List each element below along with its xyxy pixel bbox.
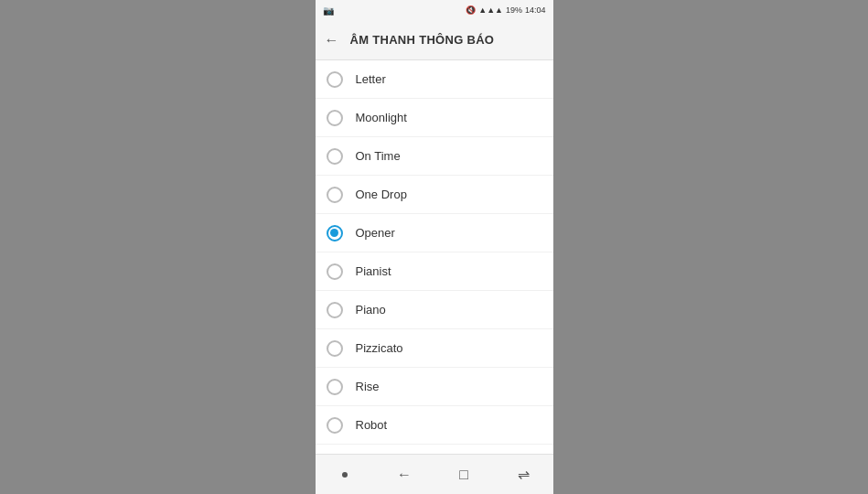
list-item-piano[interactable]: Piano	[316, 291, 553, 329]
bottom-navigation: ← □ ⇌	[316, 454, 553, 494]
phone-container: 📷 🔇 ▲▲▲ 19% 14:04 ← ÂM THANH THÔNG BÁO L…	[316, 0, 553, 494]
status-left: 📷	[323, 5, 334, 16]
sound-list: LetterMoonlightOn TimeOne DropOpenerPian…	[316, 60, 553, 454]
radio-letter	[327, 71, 343, 88]
label-letter: Letter	[356, 72, 386, 86]
radio-opener	[327, 225, 343, 242]
page-title: ÂM THANH THÔNG BÁO	[350, 33, 495, 47]
list-item-moonlight[interactable]: Moonlight	[316, 99, 553, 137]
radio-pizzicato	[327, 340, 343, 357]
radio-piano	[327, 302, 343, 318]
list-item-pianist[interactable]: Pianist	[316, 252, 553, 291]
camera-icon: 📷	[323, 5, 334, 16]
mute-icon: 🔇	[466, 5, 476, 15]
status-bar: 📷 🔇 ▲▲▲ 19% 14:04	[316, 0, 553, 20]
radio-robot	[327, 417, 343, 434]
nav-back-button[interactable]: ←	[386, 456, 423, 493]
radio-inner-opener	[330, 229, 338, 237]
label-onedrop: One Drop	[356, 188, 407, 201]
list-item-opener[interactable]: Opener	[316, 214, 553, 252]
list-item-rise[interactable]: Rise	[316, 368, 553, 406]
back-button[interactable]: ←	[325, 32, 339, 48]
nav-dot-icon	[342, 472, 348, 478]
label-moonlight: Moonlight	[356, 111, 407, 124]
nav-recent-icon: ⇌	[518, 466, 530, 483]
radio-rise	[327, 379, 343, 395]
nav-home-icon: □	[459, 467, 468, 483]
header: ← ÂM THANH THÔNG BÁO	[316, 20, 553, 60]
nav-recent-button[interactable]: ⇌	[505, 456, 541, 493]
list-item-skyline[interactable]: Skyline	[316, 445, 553, 454]
nav-home-button[interactable]: □	[445, 456, 482, 493]
list-item-onedrop[interactable]: One Drop	[316, 176, 553, 214]
list-item-robot[interactable]: Robot	[316, 406, 553, 445]
label-opener: Opener	[356, 226, 395, 240]
label-rise: Rise	[356, 380, 380, 393]
label-pizzicato: Pizzicato	[356, 341, 403, 355]
status-right: 🔇 ▲▲▲ 19% 14:04	[466, 5, 545, 15]
clock: 14:04	[525, 5, 546, 15]
label-piano: Piano	[356, 303, 386, 317]
radio-onedrop	[327, 187, 343, 203]
wifi-icon: ▲▲▲	[478, 5, 503, 15]
list-item-ontime[interactable]: On Time	[316, 137, 553, 176]
nav-dot-button[interactable]	[327, 456, 363, 493]
list-item-pizzicato[interactable]: Pizzicato	[316, 329, 553, 368]
radio-moonlight	[327, 110, 343, 126]
label-robot: Robot	[356, 418, 388, 432]
label-ontime: On Time	[356, 149, 401, 163]
list-item-letter[interactable]: Letter	[316, 60, 553, 99]
nav-back-icon: ←	[397, 467, 412, 483]
radio-ontime	[327, 148, 343, 165]
battery-level: 19%	[506, 5, 522, 15]
label-pianist: Pianist	[356, 264, 391, 278]
radio-pianist	[327, 263, 343, 280]
